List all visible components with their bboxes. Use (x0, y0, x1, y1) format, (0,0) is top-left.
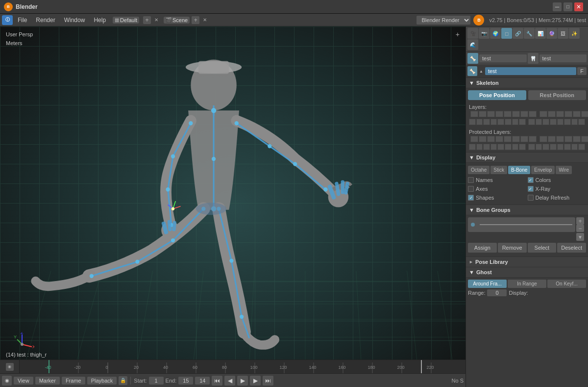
window-menu[interactable]: Window (60, 16, 89, 25)
deselect-button[interactable]: Deselect (557, 243, 586, 253)
prot-cell-20[interactable] (490, 144, 497, 150)
layer-cell-10[interactable] (548, 111, 556, 117)
prot-cell-31[interactable] (571, 144, 578, 150)
layer-cell-7[interactable] (520, 111, 528, 117)
texture-panel-icon[interactable]: 🖼 (558, 28, 568, 39)
layer-cell-11[interactable] (556, 111, 564, 117)
next-frame-button[interactable]: ▶ (250, 376, 261, 386)
layer-cell-22[interactable] (505, 119, 512, 125)
timeline-frame-menu[interactable]: Frame (62, 377, 85, 385)
range-value[interactable]: 0 (487, 289, 507, 296)
close-button[interactable]: ✕ (574, 2, 583, 11)
render-menu[interactable]: Render (32, 16, 59, 25)
remove-button[interactable]: Remove (498, 243, 527, 253)
scene-panel-icon[interactable]: 📷 (479, 28, 490, 39)
bone-group-down-arrow[interactable]: ▼ (576, 233, 584, 241)
start-value[interactable]: 1 (149, 377, 164, 385)
timeline-view-menu[interactable]: View (14, 377, 33, 385)
names-checkbox[interactable] (468, 177, 474, 183)
jump-end-button[interactable]: ⏭ (263, 376, 273, 386)
data-panel-icon[interactable]: 📊 (535, 28, 546, 39)
layer-cell-3[interactable] (487, 111, 495, 117)
prot-cell-5[interactable] (504, 136, 512, 142)
stick-button[interactable]: Stick (490, 166, 507, 174)
prot-cell-9[interactable] (539, 136, 547, 142)
timeline-ruler[interactable]: ◉ -40 -20 0 (0, 360, 466, 373)
jump-start-button[interactable]: ⏮ (212, 376, 222, 386)
prot-cell-25[interactable] (528, 144, 535, 150)
modifiers-panel-icon[interactable]: 🔧 (524, 28, 535, 39)
skeleton-section-header[interactable]: ▼ Skeleton (466, 77, 588, 88)
prot-cell-27[interactable] (542, 144, 549, 150)
prot-cell-18[interactable] (476, 144, 483, 150)
timeline-marker-menu[interactable]: Marker (35, 377, 60, 385)
minimize-button[interactable]: ─ (553, 2, 562, 11)
display-section-header[interactable]: ▼ Display (466, 152, 588, 163)
play-button[interactable]: ▶ (237, 376, 248, 386)
prot-cell-13[interactable] (573, 136, 581, 142)
render-panel-icon[interactable]: 🎥 (467, 28, 478, 39)
prot-cell-12[interactable] (564, 136, 572, 142)
in-range-button[interactable]: In Range (508, 280, 546, 288)
name-input[interactable] (485, 67, 576, 75)
layer-cell-14[interactable] (581, 111, 588, 117)
layer-cell-12[interactable] (564, 111, 572, 117)
armature-icon[interactable]: 🦴 (467, 53, 478, 64)
bone-group-plus-button[interactable]: + (576, 217, 584, 225)
prot-cell-10[interactable] (548, 136, 556, 142)
layer-cell-17[interactable] (469, 119, 476, 125)
prot-cell-26[interactable] (536, 144, 542, 150)
layer-cell-32[interactable] (578, 119, 585, 125)
rest-position-button[interactable]: Rest Position (528, 90, 587, 100)
bone-group-minus-button[interactable]: − (576, 225, 584, 232)
prot-cell-7[interactable] (520, 136, 528, 142)
octahe-button[interactable]: Octahe (468, 166, 490, 174)
prot-cell-23[interactable] (512, 144, 519, 150)
on-keyframe-button[interactable]: On Keyf... (547, 280, 586, 288)
layer-cell-25[interactable] (528, 119, 535, 125)
layer-cell-18[interactable] (476, 119, 483, 125)
particles-panel-icon[interactable]: ✨ (569, 28, 580, 39)
current-frame-value[interactable]: 14 (195, 377, 210, 385)
prot-cell-2[interactable] (479, 136, 487, 142)
prot-cell-22[interactable] (505, 144, 512, 150)
ghost-section-header[interactable]: ▼ Ghost (466, 267, 588, 278)
end-value[interactable]: 15 (178, 377, 193, 385)
layer-cell-2[interactable] (479, 111, 487, 117)
shapes-checkbox[interactable] (468, 195, 474, 201)
colors-checkbox[interactable] (528, 177, 534, 183)
assign-button[interactable]: Assign (468, 243, 497, 253)
add-workspace-button[interactable]: + (143, 16, 151, 24)
maximize-button[interactable]: □ (564, 2, 572, 11)
world-panel-icon[interactable]: 🌍 (490, 28, 501, 39)
timeline-playback-menu[interactable]: Playback (87, 377, 117, 385)
prot-cell-17[interactable] (469, 144, 476, 150)
close-workspace-button[interactable]: ✕ (153, 17, 160, 24)
prot-cell-14[interactable] (581, 136, 588, 142)
render-engine-select[interactable]: Blender Render Cycles Render (416, 16, 470, 25)
layer-cell-6[interactable] (512, 111, 520, 117)
axes-checkbox[interactable] (468, 186, 474, 192)
prot-cell-4[interactable] (495, 136, 503, 142)
layer-cell-1[interactable] (470, 111, 478, 117)
layer-cell-24[interactable] (519, 119, 526, 125)
prot-cell-3[interactable] (487, 136, 495, 142)
layer-cell-9[interactable] (539, 111, 547, 117)
add-scene-button[interactable]: + (192, 16, 199, 24)
armature-bone-icon[interactable]: 🦷 (528, 53, 539, 64)
layer-cell-21[interactable] (497, 119, 504, 125)
lock-icon[interactable]: 🔒 (119, 376, 127, 385)
help-menu[interactable]: Help (90, 16, 110, 25)
prot-cell-1[interactable] (470, 136, 478, 142)
name-up-arrow[interactable]: ▲ (478, 69, 484, 74)
layer-cell-19[interactable] (483, 119, 490, 125)
prot-cell-28[interactable] (550, 144, 557, 150)
viewport-corner-btn[interactable]: + (456, 30, 460, 38)
material-panel-icon[interactable]: 🔮 (546, 28, 557, 39)
file-menu[interactable]: File (14, 16, 31, 25)
xray-checkbox[interactable] (528, 186, 534, 192)
layer-cell-26[interactable] (536, 119, 542, 125)
object-panel-icon[interactable]: ◻ (501, 28, 512, 39)
select-button[interactable]: Select (528, 243, 557, 253)
constraints-panel-icon[interactable]: 🔗 (513, 28, 523, 39)
